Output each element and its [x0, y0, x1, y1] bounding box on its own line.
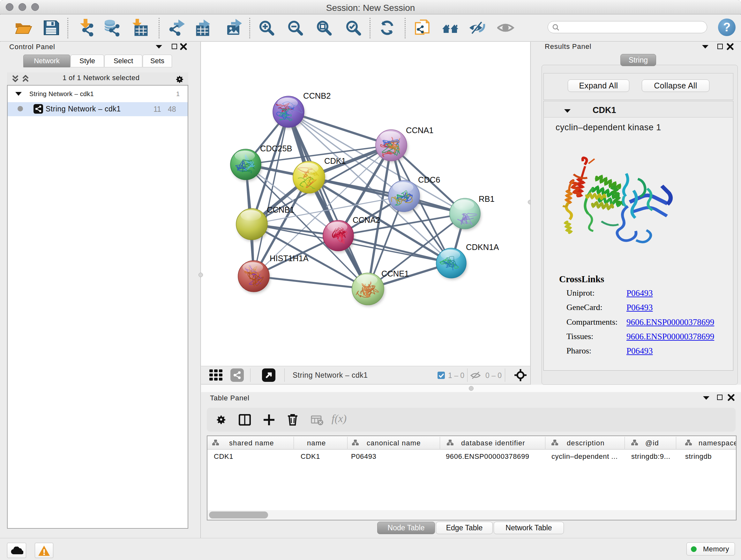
- svg-text:CDK1: CDK1: [324, 157, 346, 165]
- svg-text:CCNE1: CCNE1: [381, 269, 409, 278]
- svg-text:CDKN1A: CDKN1A: [466, 243, 499, 252]
- svg-text:RB1: RB1: [479, 194, 495, 203]
- svg-text:CDC6: CDC6: [418, 175, 440, 184]
- svg-text:CCNA2: CCNA2: [353, 215, 380, 225]
- svg-text:CCNB1: CCNB1: [267, 205, 294, 214]
- svg-text:HIST1H1A: HIST1H1A: [270, 254, 309, 263]
- svg-text:CDC25B: CDC25B: [260, 144, 292, 153]
- svg-text:CCNA1: CCNA1: [406, 126, 433, 135]
- svg-text:CCNB2: CCNB2: [303, 91, 331, 100]
